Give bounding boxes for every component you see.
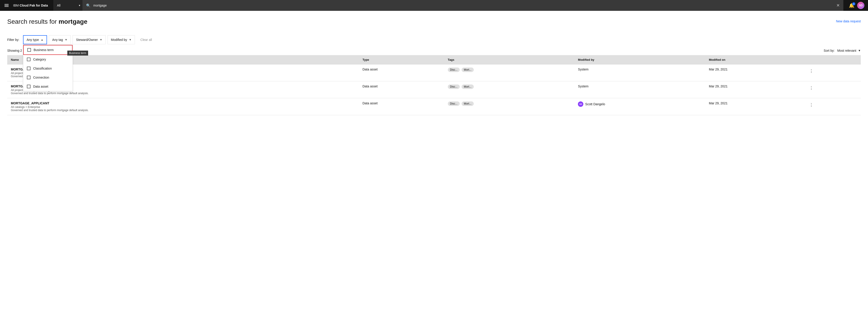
- overflow-menu-button[interactable]: ⋮: [807, 101, 815, 108]
- asset-modified-on-cell: Mar 29, 2021: [705, 98, 804, 115]
- tag-chip: Mort...: [462, 68, 474, 72]
- col-empty: [331, 55, 359, 64]
- table-row: MORTGAGE_APPLICANT All catalogs > Enterp…: [7, 98, 861, 115]
- avatar: SD: [578, 101, 583, 107]
- asset-modified-on-cell: Mar 29, 2021: [705, 64, 804, 81]
- tag-chip: Disc...: [448, 101, 460, 106]
- asset-name-cell: MORTGAGE_APPLICANT All catalogs > Enterp…: [7, 98, 331, 115]
- scope-select[interactable]: All Catalogs Projects Governance: [53, 0, 83, 11]
- new-data-request-link[interactable]: New data request: [836, 18, 861, 23]
- modified-chevron-down-icon: ▼: [129, 38, 131, 41]
- type-dropdown-menu: Business term Category Classification Co…: [23, 45, 73, 91]
- col-tags: Tags: [444, 55, 575, 64]
- dropdown-item-category[interactable]: Category: [23, 55, 72, 64]
- asset-empty-cell: [331, 98, 359, 115]
- topnav-right-actions: 🔔 1 SD: [847, 2, 864, 9]
- clear-all-button[interactable]: Clear all: [140, 38, 152, 41]
- data-asset-checkbox[interactable]: [27, 85, 31, 88]
- scope-selector-wrapper: All Catalogs Projects Governance: [53, 0, 83, 11]
- asset-empty-cell: [331, 64, 359, 81]
- col-actions: [804, 55, 861, 64]
- page-title: Search results for mortgage: [7, 18, 87, 25]
- top-navigation: IBM Cloud Pak for Data All Catalogs Proj…: [0, 0, 868, 11]
- type-filter-wrapper: Any type ▲ Business term Category Classi…: [23, 35, 47, 44]
- asset-modified-by-cell: System: [574, 81, 705, 98]
- dropdown-item-data-asset[interactable]: Data asset: [23, 82, 72, 91]
- col-modified-on: Modified on: [705, 55, 804, 64]
- asset-tags-cell: Disc... Mort...: [444, 64, 575, 81]
- asset-overflow-cell: ⋮: [804, 81, 861, 98]
- main-content: Search results for mortgage New data req…: [0, 11, 868, 332]
- asset-type-cell: Data asset: [359, 64, 444, 81]
- notification-button[interactable]: 🔔 1: [847, 2, 856, 9]
- brand-name: IBM Cloud Pak for Data: [13, 4, 48, 7]
- category-label: Category: [33, 58, 46, 61]
- type-filter-button[interactable]: Any type ▲: [23, 35, 47, 44]
- page-header: Search results for mortgage New data req…: [7, 18, 861, 25]
- tag-chip: Disc...: [448, 85, 460, 89]
- classification-label: Classification: [33, 67, 52, 70]
- results-row: Showing 2 Sort by: Most relevant ▼: [7, 47, 861, 55]
- overflow-menu-button[interactable]: ⋮: [807, 68, 815, 74]
- table-row: MORTGAG... All projects > Enterprise Cat…: [7, 64, 861, 81]
- asset-tags-cell: Disc... Mort...: [444, 81, 575, 98]
- data-asset-label: Data asset: [33, 85, 48, 88]
- connection-checkbox[interactable]: [27, 76, 31, 79]
- col-type: Type: [359, 55, 444, 64]
- search-clear-button[interactable]: ✕: [836, 3, 840, 8]
- notification-badge: 1: [852, 2, 855, 5]
- search-icon: 🔍: [86, 3, 91, 8]
- category-checkbox[interactable]: [27, 58, 31, 61]
- business-term-tooltip: Business term: [67, 51, 88, 56]
- tag-chip: Mort...: [462, 85, 474, 89]
- business-term-checkbox[interactable]: [27, 48, 31, 52]
- business-term-label: Business term: [34, 48, 54, 52]
- chevron-up-icon: ▲: [41, 38, 43, 41]
- filter-bar: Filter by: Any type ▲ Business term Cate…: [7, 33, 861, 47]
- modified-by-filter-button[interactable]: Modified by ▼: [107, 35, 135, 44]
- asset-modified-by-cell: System: [574, 64, 705, 81]
- search-input[interactable]: [93, 4, 834, 7]
- filter-label: Filter by:: [7, 38, 20, 41]
- sort-chevron-down-icon: ▼: [858, 49, 861, 52]
- search-box: 🔍 ✕: [83, 0, 843, 11]
- steward-chevron-down-icon: ▼: [100, 38, 102, 41]
- avatar[interactable]: SD: [857, 2, 864, 9]
- tag-chip: Mort...: [462, 101, 474, 106]
- results-table: Name Type Tags Modified by Modified on M…: [7, 55, 861, 115]
- table-row: MORTGAG... All projects > Enterprise Cat…: [7, 81, 861, 98]
- asset-type-cell: Data asset: [359, 98, 444, 115]
- sort-area: Sort by: Most relevant ▼: [824, 49, 861, 53]
- table-header-row: Name Type Tags Modified by Modified on: [7, 55, 861, 64]
- hamburger-menu[interactable]: [4, 3, 9, 8]
- tag-filter-button[interactable]: Any tag ▼: [49, 35, 71, 44]
- asset-overflow-cell: ⋮: [804, 64, 861, 81]
- tag-chip: Disc...: [448, 68, 460, 72]
- asset-overflow-cell: ⋮: [804, 98, 861, 115]
- sort-label: Sort by:: [824, 49, 835, 53]
- tag-chevron-down-icon: ▼: [65, 38, 67, 41]
- dropdown-item-business-term[interactable]: Business term: [23, 45, 72, 55]
- steward-filter-button[interactable]: Steward/Owner ▼: [72, 35, 105, 44]
- sort-select-button[interactable]: Most relevant ▼: [837, 49, 861, 53]
- asset-type-cell: Data asset: [359, 81, 444, 98]
- dropdown-item-classification[interactable]: Classification: [23, 64, 72, 73]
- asset-modified-on-cell: Mar 29, 2021: [705, 81, 804, 98]
- classification-checkbox[interactable]: [27, 67, 31, 70]
- overflow-menu-button[interactable]: ⋮: [807, 85, 815, 91]
- asset-tags-cell: Disc... Mort...: [444, 98, 575, 115]
- connection-label: Connection: [33, 76, 49, 79]
- search-area: All Catalogs Projects Governance 🔍 ✕: [53, 0, 843, 11]
- dropdown-item-connection[interactable]: Connection: [23, 73, 72, 82]
- asset-modified-by-cell: SD Scott Dangelo: [574, 98, 705, 115]
- col-modified-by: Modified by: [574, 55, 705, 64]
- results-count: Showing 2: [7, 49, 22, 53]
- asset-empty-cell: [331, 81, 359, 98]
